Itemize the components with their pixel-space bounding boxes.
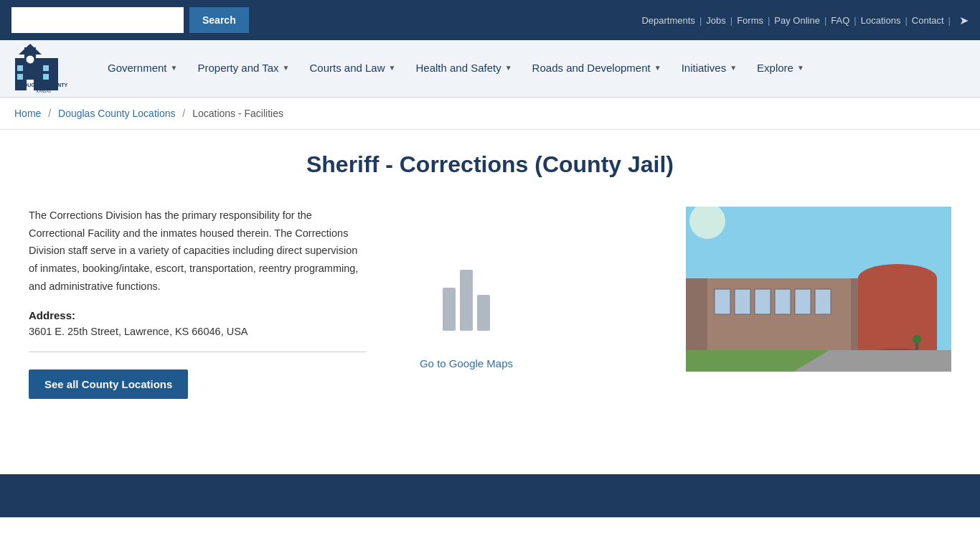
nav-courts-law-label: Courts and Law (309, 62, 385, 74)
search-area: Search (11, 7, 249, 33)
search-button[interactable]: Search (189, 7, 249, 33)
nav-roads-development[interactable]: Roads and Development ▼ (522, 40, 672, 98)
nav-initiatives[interactable]: Initiatives ▼ (672, 40, 747, 98)
page-title: Sheriff - Corrections (County Jail) (29, 151, 951, 178)
sep7: | (948, 15, 951, 26)
breadcrumb-locations[interactable]: Douglas County Locations (58, 108, 175, 119)
chevron-down-icon: ▼ (797, 64, 804, 72)
locations-link[interactable]: Locations (861, 15, 901, 26)
chevron-down-icon: ▼ (389, 64, 396, 72)
pay-online-link[interactable]: Pay Online (774, 15, 820, 26)
faq-link[interactable]: FAQ (831, 15, 849, 26)
breadcrumb-home[interactable]: Home (14, 108, 41, 119)
footer (0, 474, 980, 517)
map-placeholder (423, 264, 509, 336)
left-column: The Corrections Division has the primary… (29, 207, 366, 399)
map-bar-2 (460, 270, 473, 331)
address-label: Address: (29, 309, 366, 321)
sep1: | (699, 15, 702, 26)
svg-rect-20 (735, 289, 750, 314)
chevron-down-icon: ▼ (171, 64, 178, 72)
svg-rect-24 (815, 289, 831, 314)
facility-image (686, 207, 951, 372)
breadcrumb: Home / Douglas County Locations / Locati… (0, 98, 980, 130)
svg-point-28 (913, 335, 921, 344)
sep3: | (768, 15, 770, 26)
svg-rect-23 (795, 289, 811, 314)
departments-link[interactable]: Departments (641, 15, 694, 26)
top-bar: Search Departments | Jobs | Forms | Pay … (0, 0, 980, 40)
nav-explore[interactable]: Explore ▼ (747, 40, 814, 98)
breadcrumb-sep2: / (182, 108, 188, 119)
svg-rect-5 (17, 65, 23, 71)
logo-area[interactable]: 1855 DOUGLAS COUNTY KANSAS (11, 44, 76, 94)
svg-rect-19 (715, 289, 730, 314)
map-bar-1 (443, 288, 456, 331)
map-bars (443, 270, 490, 331)
nav-property-tax[interactable]: Property and Tax ▼ (187, 40, 299, 98)
svg-rect-6 (17, 74, 23, 80)
description-text: The Corrections Division has the primary… (29, 207, 366, 295)
nav-property-tax-label: Property and Tax (197, 62, 278, 74)
svg-text:DOUGLAS COUNTY: DOUGLAS COUNTY (20, 83, 68, 88)
google-maps-link[interactable]: Go to Google Maps (420, 357, 513, 369)
chevron-down-icon: ▼ (505, 64, 512, 72)
sep4: | (824, 15, 826, 26)
svg-text:KANSAS: KANSAS (37, 89, 52, 93)
sep2: | (730, 15, 732, 26)
breadcrumb-sep1: / (48, 108, 54, 119)
facility-svg (686, 207, 951, 372)
contact-link[interactable]: Contact (912, 15, 944, 26)
svg-rect-8 (43, 74, 49, 80)
chevron-down-icon: ▼ (654, 64, 661, 72)
svg-rect-7 (43, 65, 49, 71)
chevron-down-icon: ▼ (730, 64, 737, 72)
svg-rect-17 (858, 278, 937, 357)
nav-bar: 1855 DOUGLAS COUNTY KANSAS Government ▼ … (0, 40, 980, 98)
forms-link[interactable]: Forms (737, 15, 763, 26)
nav-health-safety-label: Health and Safety (415, 62, 501, 74)
nav-government[interactable]: Government ▼ (98, 40, 187, 98)
top-links: Departments | Jobs | Forms | Pay Online … (641, 14, 969, 27)
logo-svg: 1855 DOUGLAS COUNTY KANSAS (11, 44, 76, 94)
nav-health-safety[interactable]: Health and Safety ▼ (405, 40, 522, 98)
svg-marker-2 (19, 44, 42, 55)
sep5: | (854, 15, 856, 26)
jobs-link[interactable]: Jobs (706, 15, 725, 26)
svg-rect-22 (775, 289, 791, 314)
content-row: The Corrections Division has the primary… (29, 207, 951, 399)
svg-text:1855: 1855 (23, 61, 30, 65)
content-divider (29, 352, 366, 352)
nav-roads-development-label: Roads and Development (532, 62, 651, 74)
nav-initiatives-label: Initiatives (682, 62, 727, 74)
address-value: 3601 E. 25th Street, Lawrence, KS 66046,… (29, 326, 366, 337)
search-input[interactable] (11, 7, 184, 33)
see-all-button[interactable]: See all County Locations (29, 369, 188, 399)
svg-rect-21 (755, 289, 771, 314)
nav-menu: Government ▼ Property and Tax ▼ Courts a… (98, 40, 969, 98)
nav-courts-law[interactable]: Courts and Law ▼ (299, 40, 405, 98)
nav-explore-label: Explore (757, 62, 793, 74)
nav-government-label: Government (108, 62, 167, 74)
main-content: Sheriff - Corrections (County Jail) The … (0, 130, 980, 474)
map-bar-3 (477, 295, 490, 331)
login-icon[interactable]: ➤ (959, 14, 969, 27)
middle-column: Go to Google Maps (387, 207, 545, 369)
right-column (567, 207, 951, 372)
breadcrumb-current: Locations - Facilities (192, 108, 283, 119)
chevron-down-icon: ▼ (283, 64, 290, 72)
sep6: | (905, 15, 907, 26)
